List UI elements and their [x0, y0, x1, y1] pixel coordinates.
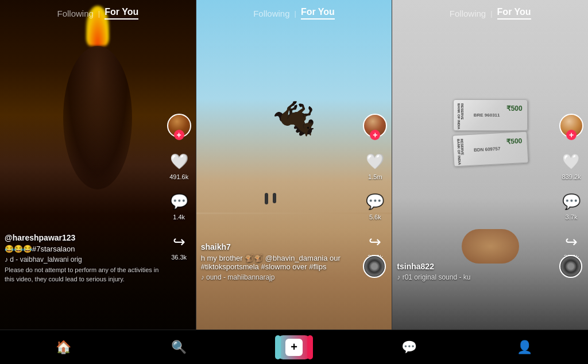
share-button-1[interactable]: ↪ 36.3k [168, 231, 190, 261]
action-buttons-1: + 🤍 491.6k 💬 1.4k ↪ 36.3k [167, 114, 191, 261]
comment-button-3[interactable]: 💬 3.7k [560, 191, 582, 220]
nav-inbox[interactable]: 💬 [351, 340, 467, 355]
video-panel-1[interactable]: Following | For You + 🤍 491.6k 💬 1.4k ↪ … [0, 0, 196, 330]
username-2[interactable]: shaikh7 [201, 242, 361, 251]
comment-icon-3: 💬 [560, 191, 582, 212]
person-silhouette [63, 46, 132, 189]
like-count-2: 1.5m [368, 173, 382, 180]
nav-home[interactable]: 🏠 [6, 340, 121, 355]
like-button-1[interactable]: 🤍 491.6k [168, 150, 190, 180]
top-nav-3: Following | For You [392, 0, 588, 26]
money-note-1: BRE 960311 [453, 99, 528, 131]
plus-icon: + [285, 339, 303, 356]
horse-figure: 🐎 [273, 99, 316, 140]
nav-add[interactable]: + [237, 335, 352, 359]
horizon-line [196, 212, 392, 214]
caption-2: h my brother 🐒🐒 @bhavin_damania our #tik… [201, 254, 361, 271]
video-panel-3[interactable]: BRE 960311 BDN 609757 Following | For Yo… [392, 0, 588, 330]
follow-plus-1[interactable]: + [174, 130, 184, 140]
beach-people [265, 193, 276, 204]
money-notes: BRE 960311 BDN 609757 [453, 99, 528, 165]
home-icon: 🏠 [56, 340, 71, 355]
nav-search[interactable]: 🔍 [121, 340, 237, 355]
nav-following-2[interactable]: Following [253, 9, 289, 18]
music-2: ♪ ound - mahiibannarajp [201, 273, 361, 281]
comment-count-3: 3.7k [566, 214, 578, 220]
music-1: ♪ d - vaibhav_lalwani orig [5, 255, 164, 264]
top-nav-2: Following | For You [196, 0, 392, 26]
nav-foryou-3[interactable]: For You [497, 7, 531, 20]
share-icon-3: ↪ [560, 231, 582, 253]
like-button-3[interactable]: 🤍 839.2k [560, 150, 582, 180]
nav-following-1[interactable]: Following [57, 9, 93, 18]
comment-button-1[interactable]: 💬 1.4k [168, 191, 190, 220]
avatar-wrap-2[interactable]: + [363, 114, 387, 138]
action-buttons-2: + 🤍 1.5m 💬 5.6k ↪ 26.3k [363, 114, 387, 261]
add-button[interactable]: + [277, 335, 311, 359]
heart-icon-3: 🤍 [560, 150, 582, 172]
heart-icon-1: 🤍 [168, 150, 190, 172]
nav-following-3[interactable]: Following [450, 9, 486, 18]
like-count-1: 491.6k [169, 173, 188, 180]
share-count-1: 36.3k [171, 254, 187, 261]
username-3[interactable]: tsinha822 [397, 262, 556, 271]
share-icon-2: ↪ [364, 231, 386, 253]
warning-text-1: Please do not attempt to perform any of … [5, 266, 164, 284]
username-1[interactable]: @hareshpawar123 [5, 233, 164, 242]
money-note-2: BDN 609757 [452, 131, 528, 166]
search-icon: 🔍 [171, 340, 187, 355]
avatar-wrap-1[interactable]: + [167, 114, 191, 138]
share-icon-1: ↪ [168, 231, 190, 253]
bottom-navigation: 🏠 🔍 + 💬 👤 [0, 330, 588, 364]
comment-button-2[interactable]: 💬 5.6k [364, 191, 386, 220]
like-count-3: 839.2k [562, 173, 581, 180]
comment-icon-1: 💬 [168, 191, 190, 212]
nav-profile[interactable]: 👤 [467, 340, 582, 355]
heart-icon-2: 🤍 [364, 150, 386, 172]
bottom-info-3: tsinha822 ♪ r01 original sound - ku [397, 262, 556, 284]
bottom-info-2: shaikh7 h my brother 🐒🐒 @bhavin_damania … [201, 242, 361, 284]
comment-count-1: 1.4k [173, 214, 185, 220]
hand-silhouette [462, 229, 519, 264]
follow-plus-2[interactable]: + [370, 130, 380, 140]
hashtags-1: 😂😂😂#7starsalaon [5, 245, 164, 253]
music-3: ♪ r01 original sound - ku [397, 273, 556, 281]
nav-separator-3: | [490, 9, 492, 18]
nav-foryou-2[interactable]: For You [301, 7, 335, 20]
profile-icon: 👤 [517, 340, 532, 355]
comment-icon-2: 💬 [364, 191, 386, 212]
videos-container: Following | For You + 🤍 491.6k 💬 1.4k ↪ … [0, 0, 588, 330]
nav-separator-1: | [98, 9, 100, 18]
follow-plus-3[interactable]: + [566, 130, 577, 140]
music-disc-3 [559, 255, 582, 278]
like-button-2[interactable]: 🤍 1.5m [364, 150, 386, 180]
comment-count-2: 5.6k [369, 214, 381, 220]
top-nav-1: Following | For You [0, 0, 196, 26]
nav-separator-2: | [295, 9, 296, 18]
nav-foryou-1[interactable]: For You [105, 7, 138, 20]
inbox-icon: 💬 [401, 340, 417, 355]
avatar-wrap-3[interactable]: + [559, 114, 583, 138]
video-panel-2[interactable]: 🐎 Following | For You + 🤍 1.5m 💬 5.6k ↪ [196, 0, 393, 330]
action-buttons-3: + 🤍 839.2k 💬 3.7k ↪ 22.3k [559, 114, 583, 261]
bottom-info-1: @hareshpawar123 😂😂😂#7starsalaon ♪ d - va… [5, 233, 164, 284]
